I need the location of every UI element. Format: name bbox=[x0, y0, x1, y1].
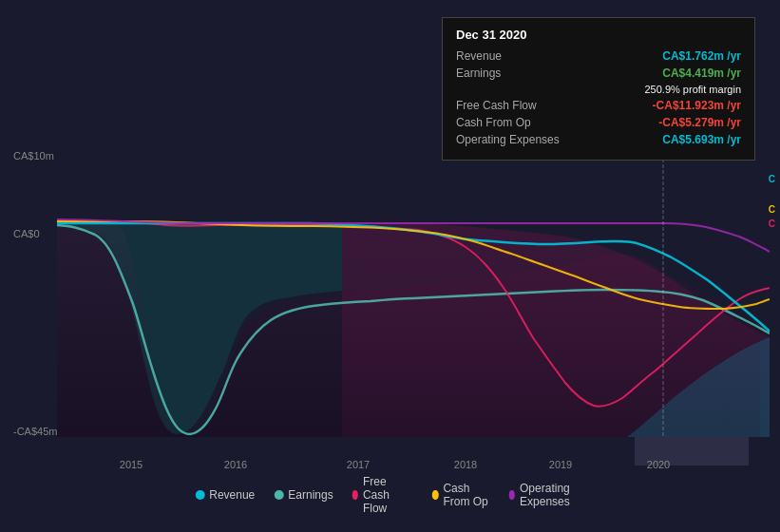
legend-label-fcf: Free Cash Flow bbox=[363, 475, 413, 515]
tooltip-row-revenue: Revenue CA$1.762m /yr bbox=[456, 49, 741, 63]
y-label-bottom: -CA$45m bbox=[13, 426, 57, 437]
legend-label-revenue: Revenue bbox=[209, 488, 255, 502]
tooltip-value-cashfromop: -CA$5.279m /yr bbox=[658, 116, 741, 129]
tooltip-row-earnings: Earnings CA$4.419m /yr bbox=[456, 66, 741, 80]
y-label-top: CA$10m bbox=[13, 150, 54, 162]
legend-dot-earnings bbox=[274, 490, 283, 500]
chart-container: Dec 31 2020 Revenue CA$1.762m /yr Earnin… bbox=[0, 0, 780, 532]
right-label-cashfromop: C bbox=[769, 204, 775, 215]
legend-item-fcf[interactable]: Free Cash Flow bbox=[352, 475, 413, 515]
legend-dot-cashfromop bbox=[432, 490, 438, 500]
y-label-mid: CA$0 bbox=[13, 228, 40, 239]
tooltip-label-opex: Operating Expenses bbox=[456, 133, 560, 146]
legend-label-cashfromop: Cash From Op bbox=[443, 482, 489, 508]
tooltip-row-cashfromop: Cash From Op -CA$5.279m /yr bbox=[456, 116, 741, 129]
legend-label-opex: Operating Expenses bbox=[520, 482, 585, 508]
tooltip-row-opex: Operating Expenses CA$5.693m /yr bbox=[456, 133, 741, 146]
tooltip-row-fcf: Free Cash Flow -CA$11.923m /yr bbox=[456, 99, 741, 112]
tooltip-profit-margin-row: 250.9% profit margin bbox=[456, 84, 741, 95]
legend-item-opex[interactable]: Operating Expenses bbox=[509, 482, 585, 508]
x-label-2020: 2020 bbox=[647, 459, 670, 470]
x-label-2018: 2018 bbox=[454, 459, 477, 470]
legend-dot-fcf bbox=[352, 490, 358, 500]
tooltip-date: Dec 31 2020 bbox=[456, 28, 741, 42]
chart-svg bbox=[57, 147, 770, 437]
legend-dot-revenue bbox=[195, 490, 204, 500]
x-label-2017: 2017 bbox=[347, 459, 370, 470]
legend-item-cashfromop[interactable]: Cash From Op bbox=[432, 482, 490, 508]
legend-dot-opex bbox=[509, 490, 515, 500]
tooltip-label-cashfromop: Cash From Op bbox=[456, 116, 551, 129]
x-label-2016: 2016 bbox=[224, 459, 247, 470]
tooltip-value-fcf: -CA$11.923m /yr bbox=[653, 99, 741, 112]
tooltip-profit-margin: 250.9% profit margin bbox=[645, 84, 742, 95]
right-label-fcf: C bbox=[769, 218, 775, 229]
tooltip-label-earnings: Earnings bbox=[456, 66, 551, 80]
tooltip-box: Dec 31 2020 Revenue CA$1.762m /yr Earnin… bbox=[442, 17, 755, 161]
legend-item-earnings[interactable]: Earnings bbox=[274, 488, 333, 502]
tooltip-value-opex: CA$5.693m /yr bbox=[662, 133, 741, 146]
tooltip-value-revenue: CA$1.762m /yr bbox=[662, 49, 741, 63]
chart-legend: Revenue Earnings Free Cash Flow Cash Fro… bbox=[195, 475, 585, 515]
tooltip-value-earnings: CA$4.419m /yr bbox=[662, 66, 741, 80]
legend-label-earnings: Earnings bbox=[288, 488, 333, 502]
x-label-2019: 2019 bbox=[549, 459, 572, 470]
legend-item-revenue[interactable]: Revenue bbox=[195, 488, 255, 502]
right-label-revenue: C bbox=[769, 174, 775, 184]
tooltip-label-revenue: Revenue bbox=[456, 49, 551, 63]
tooltip-label-fcf: Free Cash Flow bbox=[456, 99, 551, 112]
x-label-2015: 2015 bbox=[120, 459, 143, 470]
